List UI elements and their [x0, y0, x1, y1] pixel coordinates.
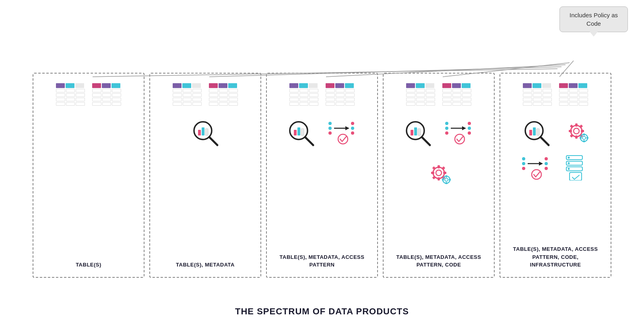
- table-icon-1: [56, 83, 85, 107]
- card-1-tables: [56, 83, 121, 107]
- gear-icon-4: [425, 159, 453, 187]
- magnify-icon-5: [520, 117, 553, 149]
- svg-line-55: [541, 137, 549, 145]
- dataflow-icon-4: [444, 117, 476, 145]
- svg-point-34: [468, 122, 471, 125]
- svg-rect-90: [570, 172, 582, 180]
- svg-rect-74: [586, 137, 588, 139]
- gear-icon-5: [562, 117, 590, 145]
- svg-rect-63: [569, 130, 572, 132]
- card-2-label: TABLE(S), METADATA: [176, 254, 235, 269]
- table-icon-2: [92, 83, 121, 107]
- card-4: TABLE(S), METADATA, ACCESS PATTERN, CODE: [383, 73, 495, 278]
- svg-rect-71: [583, 133, 585, 135]
- svg-rect-14: [301, 129, 304, 135]
- card-4-secondary: [390, 117, 487, 187]
- table-icon-7: [406, 83, 435, 107]
- cards-row: TABLE(S): [12, 73, 632, 278]
- svg-rect-72: [583, 140, 585, 142]
- svg-rect-9: [205, 129, 208, 135]
- svg-point-60: [574, 128, 579, 134]
- svg-point-75: [522, 157, 525, 160]
- table-icon-3: [173, 83, 202, 107]
- card-2-tables: [173, 83, 238, 107]
- card-5-tables: [523, 83, 588, 107]
- svg-rect-12: [294, 130, 297, 135]
- card-5-secondary-top: [520, 117, 590, 149]
- card-4-label: TABLE(S), METADATA, ACCESS PATTERN, CODE: [390, 247, 487, 269]
- callout-text: Includes Policy as Code: [570, 12, 618, 27]
- table-icon-9: [523, 83, 552, 107]
- svg-rect-53: [449, 179, 451, 180]
- card-1: TABLE(S): [33, 73, 144, 278]
- card-5-label: TABLE(S), METADATA, ACCESS PATTERN, CODE…: [507, 239, 604, 269]
- svg-marker-19: [345, 126, 349, 130]
- svg-rect-43: [443, 172, 446, 174]
- card-3-secondary: [285, 117, 359, 149]
- svg-point-76: [522, 162, 525, 165]
- svg-rect-40: [438, 165, 440, 168]
- svg-point-15: [328, 122, 332, 125]
- svg-point-70: [582, 136, 586, 139]
- svg-line-11: [305, 137, 313, 145]
- svg-rect-50: [446, 175, 447, 177]
- svg-point-17: [328, 131, 332, 135]
- card-2: TABLE(S), METADATA: [149, 73, 261, 278]
- svg-rect-64: [581, 130, 584, 132]
- table-icon-8: [442, 83, 471, 107]
- callout-box: Includes Policy as Code: [559, 6, 628, 32]
- card-4-tables: [406, 83, 471, 107]
- svg-point-20: [351, 122, 354, 125]
- svg-point-37: [455, 134, 464, 144]
- table-icon-4: [209, 83, 238, 107]
- card-2-secondary: [189, 117, 221, 149]
- svg-point-39: [436, 170, 442, 176]
- magnify-icon-4: [402, 117, 434, 149]
- svg-point-29: [445, 122, 448, 125]
- svg-rect-73: [580, 137, 582, 139]
- card-3-label: TABLE(S), METADATA, ACCESS PATTERN: [273, 247, 371, 269]
- svg-marker-33: [462, 126, 466, 130]
- svg-point-82: [545, 167, 548, 170]
- svg-point-16: [328, 127, 332, 130]
- svg-marker-79: [539, 162, 543, 166]
- svg-point-35: [468, 127, 471, 130]
- svg-point-22: [351, 131, 354, 135]
- table-icon-5: [289, 83, 318, 107]
- svg-rect-52: [442, 179, 444, 180]
- svg-rect-28: [418, 129, 421, 135]
- svg-rect-61: [575, 123, 578, 127]
- svg-point-21: [351, 127, 354, 130]
- svg-line-6: [209, 137, 217, 145]
- svg-rect-42: [431, 172, 434, 174]
- svg-rect-8: [202, 127, 204, 135]
- svg-point-49: [445, 178, 448, 181]
- magnify-icon-2: [189, 117, 221, 149]
- svg-line-25: [422, 137, 430, 145]
- svg-point-30: [445, 127, 448, 130]
- svg-rect-62: [575, 135, 578, 139]
- svg-point-59: [571, 125, 582, 137]
- table-icon-6: [326, 83, 355, 107]
- card-1-label: TABLE(S): [76, 254, 101, 269]
- svg-point-87: [568, 162, 570, 164]
- svg-point-38: [433, 167, 444, 178]
- dataflow-icon-3: [327, 117, 359, 145]
- svg-rect-27: [414, 127, 417, 135]
- svg-rect-57: [533, 127, 536, 135]
- infra-icon-5: [562, 152, 590, 180]
- main-container: Includes Policy as Code: [12, 6, 632, 320]
- card-3: TABLE(S), METADATA, ACCESS PATTERN: [266, 73, 378, 278]
- table-icon-10: [559, 83, 588, 107]
- svg-rect-41: [438, 177, 440, 180]
- card-5: TABLE(S), METADATA, ACCESS PATTERN, CODE…: [500, 73, 611, 278]
- card-5-secondary-bottom: [520, 152, 590, 180]
- svg-point-36: [468, 131, 471, 135]
- card-3-tables: [289, 83, 355, 107]
- svg-point-80: [545, 157, 548, 160]
- svg-point-81: [545, 162, 548, 165]
- svg-rect-13: [297, 127, 300, 135]
- svg-point-89: [568, 168, 570, 170]
- svg-rect-58: [537, 129, 539, 135]
- svg-point-31: [445, 131, 448, 135]
